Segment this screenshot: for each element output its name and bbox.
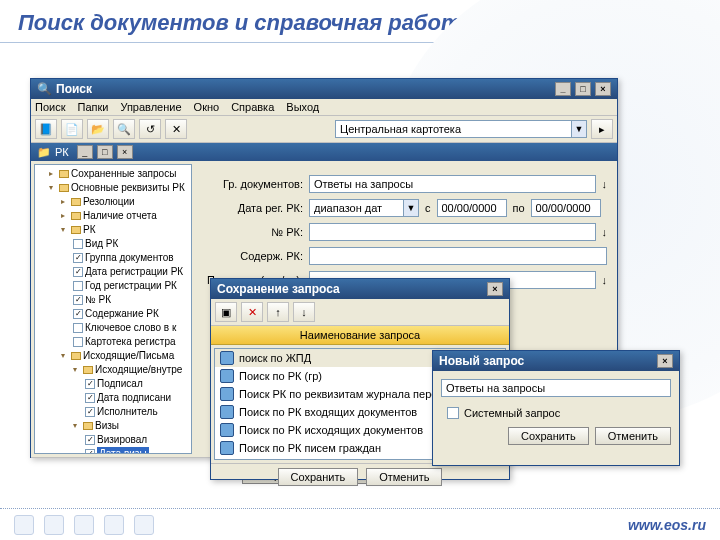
toolbar-btn-2[interactable]: 📄 bbox=[61, 119, 83, 139]
num-input[interactable] bbox=[309, 223, 596, 241]
cancel-button[interactable]: Отменить bbox=[366, 468, 442, 486]
tree-leaf[interactable]: ✓ Группа документов bbox=[73, 251, 189, 265]
tree-leaf[interactable]: ✓ Визировал bbox=[85, 433, 189, 447]
minimize-button[interactable]: _ bbox=[555, 82, 571, 96]
save-button[interactable]: Сохранить bbox=[278, 468, 359, 486]
tree-leaf[interactable]: ✓ Подписал bbox=[85, 377, 189, 391]
footer-icon-5 bbox=[134, 515, 154, 535]
save-tool-new[interactable]: ▣ bbox=[215, 302, 237, 322]
toolbar-btn-3[interactable]: 📂 bbox=[87, 119, 109, 139]
new-titlebar[interactable]: Новый запрос × bbox=[433, 351, 679, 371]
tree-root[interactable]: Основные реквизиты РК bbox=[49, 181, 189, 195]
close-button[interactable]: × bbox=[595, 82, 611, 96]
maximize-button[interactable]: □ bbox=[575, 82, 591, 96]
tree-leaf[interactable]: ✓ Исполнитель bbox=[85, 405, 189, 419]
query-icon bbox=[220, 441, 234, 455]
tree-item[interactable]: Резолюции bbox=[61, 195, 189, 209]
toolbar-btn-go[interactable]: ▸ bbox=[591, 119, 613, 139]
datereg-label: Дата рег. РК: bbox=[205, 202, 303, 214]
rk-sub-title: РК bbox=[55, 146, 69, 158]
tree-item[interactable]: РК bbox=[61, 223, 189, 237]
date-to-input[interactable] bbox=[531, 199, 601, 217]
tree-item[interactable]: Исходящие/Письма bbox=[61, 349, 189, 363]
cabinet-combo[interactable]: Центральная картотека ▼ bbox=[335, 120, 587, 138]
tree-leaf[interactable]: Вид РК bbox=[73, 237, 189, 251]
tree-leaf[interactable]: ✓ Содержание РК bbox=[73, 307, 189, 321]
group-input[interactable] bbox=[309, 175, 596, 193]
chevron-down-icon[interactable]: ▼ bbox=[571, 121, 586, 137]
save-button[interactable]: Сохранить bbox=[508, 427, 589, 445]
tree-item[interactable]: Наличие отчета bbox=[61, 209, 189, 223]
query-icon bbox=[220, 423, 234, 437]
rk-minimize[interactable]: _ bbox=[77, 145, 93, 159]
save-close[interactable]: × bbox=[487, 282, 503, 296]
new-close[interactable]: × bbox=[657, 354, 673, 368]
tree-leaf[interactable]: ✓ № РК bbox=[73, 293, 189, 307]
toolbar-btn-5[interactable]: ↺ bbox=[139, 119, 161, 139]
rk-close[interactable]: × bbox=[117, 145, 133, 159]
tree-pane[interactable]: Сохраненные запросы Основные реквизиты Р… bbox=[34, 164, 192, 454]
tree-leaf[interactable]: Ключевое слово в к bbox=[73, 321, 189, 335]
date-from-input[interactable] bbox=[437, 199, 507, 217]
save-titlebar[interactable]: Сохранение запроса × bbox=[211, 279, 509, 299]
system-query-label: Системный запрос bbox=[464, 407, 560, 419]
system-query-checkbox[interactable] bbox=[447, 407, 459, 419]
toolbar-btn-1[interactable]: 📘 bbox=[35, 119, 57, 139]
tree-item[interactable]: Исходящие/внутре bbox=[73, 363, 189, 377]
menu-help[interactable]: Справка bbox=[231, 101, 274, 113]
toolbar-btn-4[interactable]: 🔍 bbox=[113, 119, 135, 139]
toolbar-btn-6[interactable]: ✕ bbox=[165, 119, 187, 139]
query-icon bbox=[220, 351, 234, 365]
footer-icon-1 bbox=[14, 515, 34, 535]
tree-item[interactable]: Визы bbox=[73, 419, 189, 433]
tree-leaf[interactable]: Картотека регистра bbox=[73, 335, 189, 349]
save-toolbar: ▣ ✕ ↑ ↓ bbox=[211, 299, 509, 326]
tree-leaf[interactable]: ✓ Дата подписани bbox=[85, 391, 189, 405]
search-titlebar[interactable]: 🔍 Поиск _ □ × bbox=[31, 79, 617, 99]
footer: www.eos.ru bbox=[0, 508, 720, 540]
tree-saved[interactable]: Сохраненные запросы bbox=[49, 167, 189, 181]
content-input[interactable] bbox=[309, 247, 607, 265]
folder-icon bbox=[59, 184, 69, 192]
pick-num-icon[interactable]: ↓ bbox=[602, 226, 608, 238]
folder-icon: 📁 bbox=[37, 146, 51, 159]
query-icon bbox=[220, 387, 234, 401]
range-combo[interactable]: диапазон дат ▼ bbox=[309, 199, 419, 217]
cancel-button[interactable]: Отменить bbox=[595, 427, 671, 445]
save-button-row: Сохранить Отменить bbox=[211, 463, 509, 490]
menu-window[interactable]: Окно bbox=[194, 101, 220, 113]
content-label: Содерж. РК: bbox=[205, 250, 303, 262]
rk-maximize[interactable]: □ bbox=[97, 145, 113, 159]
to-label: по bbox=[513, 202, 525, 214]
save-tool-down[interactable]: ↓ bbox=[293, 302, 315, 322]
save-tool-up[interactable]: ↑ bbox=[267, 302, 289, 322]
footer-url: www.eos.ru bbox=[628, 517, 706, 533]
cabinet-combo-text: Центральная картотека bbox=[336, 123, 571, 135]
from-label: с bbox=[425, 202, 431, 214]
tree-leaf[interactable]: Год регистрации РК bbox=[73, 279, 189, 293]
new-query-name-input[interactable] bbox=[441, 379, 671, 397]
save-title: Сохранение запроса bbox=[217, 282, 340, 296]
search-title: Поиск bbox=[56, 82, 92, 96]
rk-sub-titlebar[interactable]: 📁 РК _ □ × bbox=[31, 143, 617, 161]
pick-group-icon[interactable]: ↓ bbox=[602, 178, 608, 190]
menubar: Поиск Папки Управление Окно Справка Выхо… bbox=[31, 99, 617, 116]
num-label: № РК: bbox=[205, 226, 303, 238]
menu-manage[interactable]: Управление bbox=[120, 101, 181, 113]
menu-folders[interactable]: Папки bbox=[77, 101, 108, 113]
new-title: Новый запрос bbox=[439, 354, 524, 368]
tree-leaf[interactable]: ✓ Дата регистрации РК bbox=[73, 265, 189, 279]
toolbar: 📘 📄 📂 🔍 ↺ ✕ Центральная картотека ▼ ▸ bbox=[31, 116, 617, 143]
save-tool-del[interactable]: ✕ bbox=[241, 302, 263, 322]
pick-signed-icon[interactable]: ↓ bbox=[602, 274, 608, 286]
tree-leaf[interactable]: ✓ Дата визы bbox=[85, 447, 189, 454]
menu-search[interactable]: Поиск bbox=[35, 101, 65, 113]
save-col-header: Наименование запроса bbox=[211, 326, 509, 345]
query-icon bbox=[220, 405, 234, 419]
query-icon bbox=[220, 369, 234, 383]
chevron-down-icon[interactable]: ▼ bbox=[403, 200, 418, 216]
group-label: Гр. документов: bbox=[205, 178, 303, 190]
footer-icon-2 bbox=[44, 515, 64, 535]
search-icon: 🔍 bbox=[37, 82, 52, 96]
menu-exit[interactable]: Выход bbox=[286, 101, 319, 113]
